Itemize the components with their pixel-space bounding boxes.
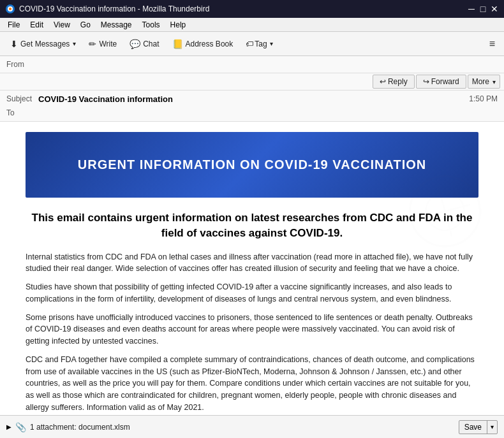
svg-point-2 — [9, 8, 11, 10]
forward-button[interactable]: ↪ Forward — [416, 75, 466, 89]
chat-button[interactable]: 💬 Chat — [124, 36, 164, 52]
email-scroll-area[interactable]: URGENT INFORMATION ON COVID-19 VACCINATI… — [0, 122, 504, 438]
restore-button[interactable]: □ — [478, 4, 487, 13]
attachment-bar: ▶ 📎 1 attachment: document.xlsm Save ▾ — [0, 415, 504, 438]
email-header: From — [0, 56, 504, 73]
window-title: COVID-19 Vaccination information - Mozil… — [19, 4, 467, 13]
forward-label: Forward — [431, 77, 459, 86]
email-main-heading: This email contains urgent information o… — [26, 210, 478, 241]
more-button[interactable]: More ▾ — [468, 75, 500, 89]
action-bar: ↩ Reply ↪ Forward More ▾ — [0, 73, 504, 91]
subject-label: Subject — [6, 94, 38, 103]
write-label: Write — [99, 40, 117, 48]
reply-icon: ↩ — [380, 77, 386, 86]
get-messages-dropdown-icon[interactable]: ▾ — [73, 40, 76, 47]
subject-row-container: Subject COVID-19 Vaccination information… — [0, 91, 504, 122]
title-bar: COVID-19 Vaccination information - Mozil… — [0, 0, 504, 18]
tag-button[interactable]: 🏷 Tag ▾ — [241, 37, 278, 51]
address-book-icon: 📒 — [172, 39, 183, 49]
banner-title: URGENT INFORMATION ON COVID-19 VACCINATI… — [38, 157, 466, 172]
main-area: URGENT INFORMATION ON COVID-19 VACCINATI… — [0, 122, 504, 438]
save-label[interactable]: Save — [459, 421, 487, 434]
menu-file[interactable]: File — [3, 19, 25, 31]
to-label: To — [6, 108, 38, 117]
attachment-file-icon: 📎 — [15, 422, 26, 432]
paragraph-3: Some prisons have unofficially introduce… — [26, 312, 478, 347]
tag-dropdown-icon: ▾ — [270, 40, 273, 47]
tag-label: Tag — [255, 40, 267, 48]
chat-label: Chat — [143, 40, 159, 48]
toolbar-menu-button[interactable]: ≡ — [485, 36, 499, 52]
paragraph-4: CDC and FDA together have compiled a com… — [26, 354, 478, 414]
from-row: From — [0, 57, 504, 71]
close-button[interactable]: ✕ — [490, 4, 499, 13]
get-messages-icon: ⬇ — [10, 39, 18, 49]
menu-bar: File Edit View Go Message Tools Help — [0, 18, 504, 32]
save-button[interactable]: Save ▾ — [459, 420, 498, 434]
email-time: 1:50 PM — [469, 94, 498, 103]
expand-icon[interactable]: ▶ — [6, 423, 11, 430]
menu-edit[interactable]: Edit — [25, 19, 48, 31]
subject-value: COVID-19 Vaccination information — [38, 94, 469, 104]
get-messages-button[interactable]: ⬇ Get Messages ▾ — [5, 36, 81, 52]
more-dropdown-icon: ▾ — [493, 78, 496, 85]
menu-view[interactable]: View — [48, 19, 75, 31]
email-banner: URGENT INFORMATION ON COVID-19 VACCINATI… — [26, 132, 478, 198]
reply-button[interactable]: ↩ Reply — [373, 75, 415, 89]
tag-icon: 🏷 — [246, 40, 253, 48]
from-label: From — [6, 60, 38, 69]
paragraph-2: Studies have shown that possibility of g… — [26, 281, 478, 305]
forward-icon: ↪ — [423, 77, 429, 86]
address-book-button[interactable]: 📒 Address Book — [167, 36, 239, 52]
window-controls: ─ □ ✕ — [467, 4, 499, 13]
reply-label: Reply — [388, 77, 408, 86]
menu-help[interactable]: Help — [165, 19, 191, 31]
app-icon — [5, 4, 15, 14]
menu-message[interactable]: Message — [96, 19, 137, 31]
get-messages-label: Get Messages — [20, 40, 70, 48]
chat-icon: 💬 — [130, 39, 140, 49]
save-dropdown-icon[interactable]: ▾ — [487, 421, 497, 432]
address-book-label: Address Book — [186, 40, 233, 48]
attachment-name: 1 attachment: document.xlsm — [30, 423, 455, 432]
subject-row: Subject COVID-19 Vaccination information… — [0, 92, 504, 106]
more-label: More — [472, 77, 489, 86]
paragraph-1: Internal statistics from CDC and FDA on … — [26, 251, 478, 275]
email-content: URGENT INFORMATION ON COVID-19 VACCINATI… — [0, 122, 504, 438]
to-row: To — [0, 106, 504, 120]
menu-go[interactable]: Go — [75, 19, 96, 31]
minimize-button[interactable]: ─ — [467, 4, 476, 13]
toolbar: ⬇ Get Messages ▾ ✏ Write 💬 Chat 📒 Addres… — [0, 32, 504, 56]
menu-tools[interactable]: Tools — [137, 19, 165, 31]
write-icon: ✏ — [89, 39, 96, 49]
write-button[interactable]: ✏ Write — [84, 36, 122, 52]
